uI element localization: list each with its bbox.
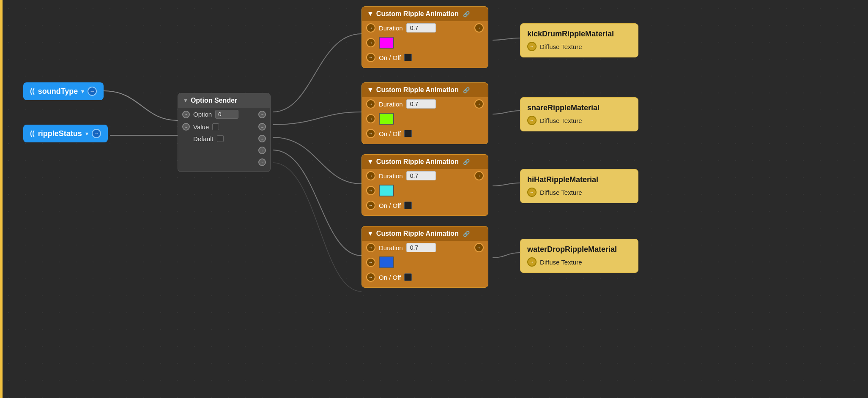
wave-icon: (( [30,130,35,137]
default-row: Default → [178,133,270,144]
wave-icon: (( [30,87,35,95]
duration-in-port[interactable]: → [366,171,375,180]
option-in-port[interactable]: → [182,111,190,118]
onoff-label: On / Off [379,130,401,137]
default-checkbox[interactable] [217,135,224,142]
option-sender-node: ▼ Option Sender → Option → → Value → Def… [178,93,271,172]
color-swatch[interactable] [379,185,394,196]
value-checkbox[interactable] [212,123,219,130]
onoff-checkbox[interactable] [404,273,412,281]
color-swatch[interactable] [379,113,394,125]
duration-row: → Duration → [362,169,488,183]
chevron-icon[interactable]: ▾ [85,131,88,137]
ripple-node-ripple2: ▼ Custom Ripple Animation 🔗 → Duration →… [361,82,488,144]
ripple-title: Custom Ripple Animation [376,230,459,237]
duration-out-port[interactable]: → [474,99,484,109]
duration-label: Duration [379,172,403,180]
duration-in-port[interactable]: → [366,23,375,33]
diffuse-row: → Diffuse Texture [527,188,631,197]
onoff-checkbox[interactable] [404,54,412,61]
color-swatch[interactable] [379,256,394,268]
option-out-port[interactable]: → [258,111,266,118]
value-in-port[interactable]: → [182,123,190,131]
output-port[interactable]: → [92,129,101,138]
onoff-in-port[interactable]: → [366,273,375,282]
onoff-label: On / Off [379,54,401,61]
option-label: Option [193,111,212,118]
duration-out-port[interactable]: → [474,243,484,252]
ripple-node-ripple3: ▼ Custom Ripple Animation 🔗 → Duration →… [361,154,488,216]
color-row: → [362,111,488,127]
duration-input[interactable] [406,243,436,252]
onoff-in-port[interactable]: → [366,53,375,62]
ripple-title: Custom Ripple Animation [376,10,459,18]
color-row: → [362,183,488,199]
diffuse-label: Diffuse Texture [540,117,582,124]
extra-row-1: → [178,144,270,156]
duration-input[interactable] [406,99,436,109]
color-in-port[interactable]: → [366,38,375,47]
link-icon[interactable]: 🔗 [463,87,470,93]
input-node-soundType: (( soundType ▾ → [23,82,104,100]
duration-input[interactable] [406,23,436,33]
input-node-label: rippleStatus [38,129,82,138]
material-title: waterDropRippleMaterial [527,245,631,254]
color-swatch[interactable] [379,37,394,49]
ripple-header-ripple2: ▼ Custom Ripple Animation 🔗 [362,83,488,97]
ripple-title: Custom Ripple Animation [376,86,459,94]
onoff-in-port[interactable]: → [366,129,375,138]
collapse-icon[interactable]: ▼ [183,98,188,104]
diffuse-in-port[interactable]: → [527,116,537,125]
chevron-icon[interactable]: ▾ [81,88,84,95]
ripple-collapse-icon[interactable]: ▼ [367,10,374,18]
diffuse-in-port[interactable]: → [527,257,537,267]
default-label: Default [193,135,214,142]
default-out-port[interactable]: → [258,135,266,142]
option-input[interactable] [215,110,238,119]
extra-out-port-2[interactable]: → [258,158,266,166]
onoff-checkbox[interactable] [404,202,412,209]
ripple-header-ripple3: ▼ Custom Ripple Animation 🔗 [362,155,488,169]
color-in-port[interactable]: → [366,186,375,195]
duration-row: → Duration → [362,241,488,254]
material-title: hiHatRippleMaterial [527,175,631,184]
duration-out-port[interactable]: → [474,171,484,180]
diffuse-in-port[interactable]: → [527,188,537,197]
onoff-row: → On / Off [362,127,488,140]
onoff-row: → On / Off [362,199,488,212]
duration-input[interactable] [406,171,436,180]
ripple-header-ripple1: ▼ Custom Ripple Animation 🔗 [362,7,488,21]
color-in-port[interactable]: → [366,114,375,123]
color-in-port[interactable]: → [366,258,375,267]
material-node-mat1: kickDrumRippleMaterial → Diffuse Texture [520,23,638,57]
diffuse-in-port[interactable]: → [527,42,537,51]
output-port[interactable]: → [88,87,97,96]
extra-out-port-1[interactable]: → [258,147,266,154]
ripple-collapse-icon[interactable]: ▼ [367,230,374,237]
color-row: → [362,254,488,270]
duration-in-port[interactable]: → [366,99,375,109]
option-sender-header: ▼ Option Sender [178,93,270,108]
link-icon[interactable]: 🔗 [463,11,470,17]
ripple-collapse-icon[interactable]: ▼ [367,86,374,94]
input-node-rippleStatus: (( rippleStatus ▾ → [23,125,108,142]
duration-label: Duration [379,25,403,32]
ripple-collapse-icon[interactable]: ▼ [367,158,374,166]
link-icon[interactable]: 🔗 [463,159,470,165]
link-icon[interactable]: 🔗 [463,231,470,237]
onoff-label: On / Off [379,202,401,209]
value-out-port[interactable]: → [258,123,266,131]
onoff-checkbox[interactable] [404,130,412,137]
duration-in-port[interactable]: → [366,243,375,252]
onoff-in-port[interactable]: → [366,201,375,210]
material-node-mat4: waterDropRippleMaterial → Diffuse Textur… [520,239,638,273]
material-title: kickDrumRippleMaterial [527,30,631,38]
ripple-node-ripple4: ▼ Custom Ripple Animation 🔗 → Duration →… [361,226,488,288]
ripple-title: Custom Ripple Animation [376,158,459,166]
value-label: Value [193,123,209,131]
option-sender-title: Option Sender [191,97,237,104]
onoff-row: → On / Off [362,270,488,284]
duration-label: Duration [379,101,403,108]
duration-row: → Duration → [362,97,488,111]
duration-out-port[interactable]: → [474,23,484,33]
